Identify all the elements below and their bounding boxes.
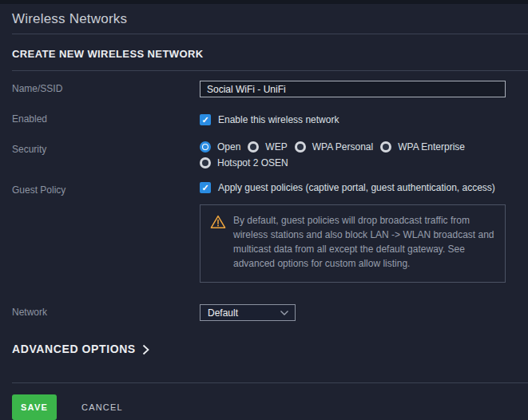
field-row-enabled: Enabled ✓ Enable this wireless network xyxy=(0,111,528,128)
save-button[interactable]: SAVE xyxy=(12,394,57,420)
divider xyxy=(12,70,528,71)
security-option-open[interactable]: Open xyxy=(200,141,240,153)
radio-icon xyxy=(380,141,391,153)
cancel-button[interactable]: CANCEL xyxy=(81,402,123,412)
security-option-wpa-personal[interactable]: WPA Personal xyxy=(295,141,373,153)
radio-icon xyxy=(248,141,259,153)
wireless-network-form: Name/SSID Enabled ✓ Enable this wireless… xyxy=(0,81,528,321)
name-ssid-field xyxy=(200,81,506,97)
field-row-name-ssid: Name/SSID xyxy=(0,81,528,97)
guest-policy-warning-box: By default, guest policies will drop bro… xyxy=(200,204,506,283)
checkmark-icon: ✓ xyxy=(201,182,208,193)
advanced-options-label: ADVANCED OPTIONS xyxy=(12,343,136,355)
page-title: Wireless Networks xyxy=(12,4,528,27)
guest-policy-warning-text: By default, guest policies will drop bro… xyxy=(233,213,495,271)
form-actions: SAVE CANCEL xyxy=(0,383,528,420)
security-option-hotspot-2-osen[interactable]: Hotspot 2 OSEN xyxy=(200,157,288,168)
name-ssid-input[interactable] xyxy=(200,81,506,97)
create-wireless-network-page: Wireless Networks xyxy=(0,4,528,27)
divider xyxy=(12,34,528,34)
radio-icon xyxy=(295,141,306,153)
network-select[interactable]: Default xyxy=(200,304,296,321)
enabled-label: Enabled xyxy=(12,111,200,128)
warning-triangle-icon xyxy=(210,215,226,229)
name-ssid-label: Name/SSID xyxy=(12,81,200,97)
guest-policy-checkbox[interactable]: ✓ xyxy=(200,182,211,193)
network-select-value: Default xyxy=(208,307,280,319)
security-radio-group: Open WEP WPA Personal WPA Enterprise Hot… xyxy=(200,141,506,168)
network-label: Network xyxy=(12,304,200,321)
security-option-wep[interactable]: WEP xyxy=(248,141,287,153)
field-row-guest-policy: Guest Policy ✓ Apply guest policies (cap… xyxy=(0,182,528,283)
section-title: CREATE NEW WIRELESS NETWORK xyxy=(12,48,528,60)
guest-policy-label: Guest Policy xyxy=(12,182,200,199)
field-row-network: Network Default xyxy=(0,304,528,321)
enabled-field: ✓ Enable this wireless network xyxy=(200,114,506,125)
enabled-checkbox[interactable]: ✓ xyxy=(200,114,211,125)
radio-selected-icon xyxy=(200,141,211,153)
checkmark-icon: ✓ xyxy=(201,114,208,125)
advanced-options-toggle[interactable]: ADVANCED OPTIONS xyxy=(12,343,528,355)
field-row-security: Security Open WEP WPA Personal WPA Enter… xyxy=(0,141,528,168)
network-field: Default xyxy=(200,304,506,321)
guest-policy-field: ✓ Apply guest policies (captive portal, … xyxy=(200,182,506,283)
radio-icon xyxy=(200,157,211,168)
chevron-down-icon xyxy=(280,310,289,316)
guest-policy-checkbox-label: Apply guest policies (captive portal, gu… xyxy=(218,182,495,193)
chevron-right-icon xyxy=(142,344,149,355)
enabled-checkbox-label: Enable this wireless network xyxy=(218,114,339,125)
security-option-wpa-enterprise[interactable]: WPA Enterprise xyxy=(380,141,465,153)
security-label: Security xyxy=(12,141,200,158)
